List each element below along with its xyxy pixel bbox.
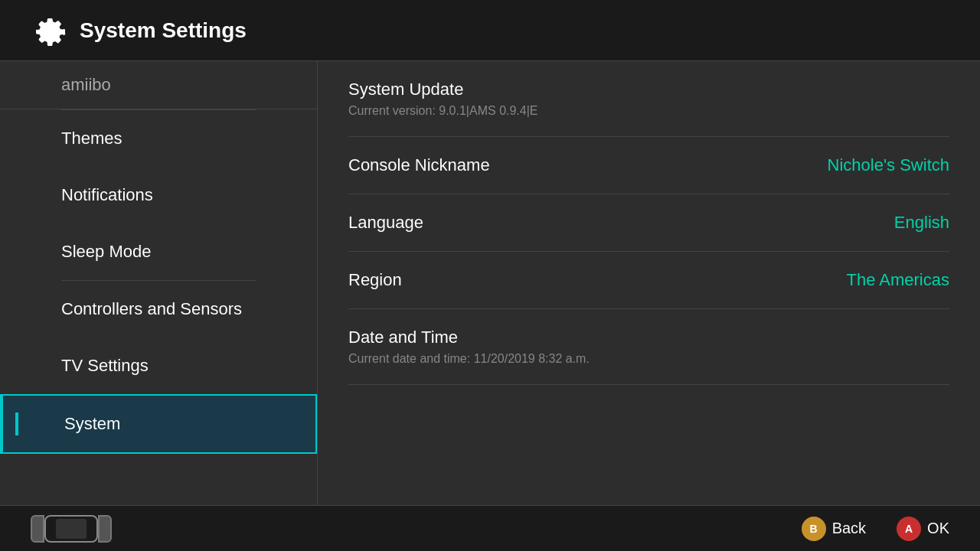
system-update-row[interactable]: System Update Current version: 9.0.1|AMS… bbox=[348, 61, 949, 137]
switch-body bbox=[44, 515, 98, 543]
sidebar-item-sleep-mode[interactable]: Sleep Mode bbox=[0, 223, 317, 280]
date-time-title: Date and Time bbox=[348, 328, 949, 347]
b-button-icon: B bbox=[802, 517, 826, 541]
footer: B Back A OK bbox=[0, 505, 980, 551]
sidebar-item-controllers-and-sensors[interactable]: Controllers and Sensors bbox=[0, 281, 317, 337]
ok-button[interactable]: A OK bbox=[897, 517, 949, 541]
region-label: Region bbox=[348, 270, 402, 290]
region-value: The Americas bbox=[847, 270, 950, 290]
sidebar: amiibo Themes Notifications Sleep Mode C… bbox=[0, 61, 318, 505]
page-title: System Settings bbox=[80, 18, 247, 43]
sidebar-item-notifications[interactable]: Notifications bbox=[0, 167, 317, 223]
language-value: English bbox=[894, 213, 949, 233]
language-label: Language bbox=[348, 213, 423, 233]
system-update-sub: Current version: 9.0.1|AMS 0.9.4|E bbox=[348, 104, 949, 118]
sidebar-item-themes[interactable]: Themes bbox=[0, 110, 317, 167]
sidebar-item-system[interactable]: System bbox=[0, 394, 317, 454]
console-nickname-row[interactable]: Console Nickname Nichole's Switch bbox=[348, 137, 949, 194]
sidebar-item-tv-settings[interactable]: TV Settings bbox=[0, 337, 317, 394]
gear-icon bbox=[31, 12, 67, 49]
back-button[interactable]: B Back bbox=[802, 517, 866, 541]
ok-label: OK bbox=[927, 520, 949, 537]
console-nickname-label: Console Nickname bbox=[348, 155, 490, 175]
language-row[interactable]: Language English bbox=[348, 194, 949, 252]
switch-screen bbox=[56, 519, 87, 539]
system-update-title: System Update bbox=[348, 80, 949, 99]
left-joycon bbox=[31, 515, 44, 543]
a-button-icon: A bbox=[897, 517, 921, 541]
content-area: System Update Current version: 9.0.1|AMS… bbox=[318, 61, 980, 505]
right-joycon bbox=[98, 515, 112, 543]
back-label: Back bbox=[832, 520, 866, 537]
sidebar-item-amiibo[interactable]: amiibo bbox=[0, 61, 317, 109]
region-row[interactable]: Region The Americas bbox=[348, 252, 949, 309]
date-time-sub: Current date and time: 11/20/2019 8:32 a… bbox=[348, 352, 949, 366]
main-layout: amiibo Themes Notifications Sleep Mode C… bbox=[0, 61, 980, 505]
switch-icon bbox=[31, 515, 112, 543]
console-nickname-value: Nichole's Switch bbox=[828, 155, 949, 175]
header: System Settings bbox=[0, 0, 980, 61]
date-time-row[interactable]: Date and Time Current date and time: 11/… bbox=[348, 309, 949, 385]
